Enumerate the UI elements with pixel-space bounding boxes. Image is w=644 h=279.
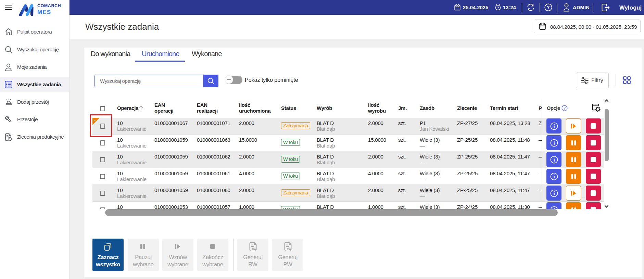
svg-text:?: ? — [564, 106, 566, 110]
svg-text:PW: PW — [287, 248, 291, 251]
svg-text:RW: RW — [252, 248, 256, 251]
svg-text:?: ? — [547, 5, 550, 10]
